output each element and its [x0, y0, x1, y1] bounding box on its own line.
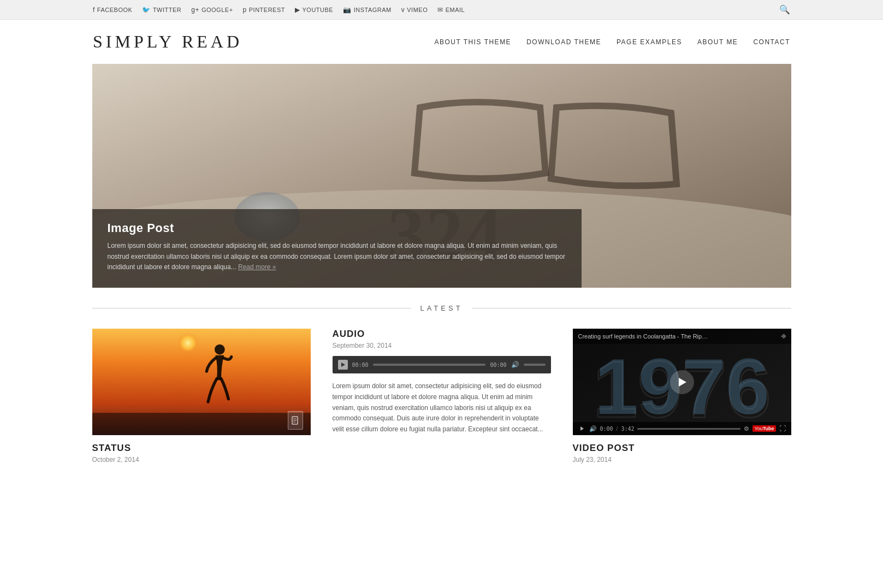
video-thumbnail[interactable]: 1976 1976 Creating surf legends in Coola… — [573, 329, 791, 435]
email-label: EMAIL — [446, 7, 465, 13]
document-icon — [288, 411, 303, 430]
hero-section: 324 Image Post Lorem ipsum dolor sit ame… — [92, 64, 791, 288]
nav-about-theme[interactable]: ABOUT THIS THEME — [434, 38, 511, 46]
instagram-label: INSTAGRAM — [354, 7, 392, 13]
status-post-date: October 2, 2014 — [92, 456, 311, 464]
googleplus-label: GOOGLE+ — [202, 7, 233, 13]
svg-point-7 — [215, 345, 225, 355]
video-controls-bar: 🔊 0:00 / 3:42 ⚙ YouTube ⛶ — [573, 422, 791, 435]
audio-progress-bar[interactable] — [373, 364, 486, 366]
svg-point-5 — [165, 329, 216, 379]
status-post-type[interactable]: STATUS — [92, 443, 311, 454]
latest-line-left — [92, 308, 412, 308]
pinterest-link[interactable]: p PINTEREST — [243, 6, 285, 14]
audio-player[interactable]: 00:00 00:00 🔊 — [333, 356, 551, 373]
volume-bar[interactable] — [524, 364, 546, 366]
nav-about-me[interactable]: ABOUT ME — [697, 38, 738, 46]
vimeo-label: VIMEO — [407, 7, 428, 13]
nav-page-examples[interactable]: PAGE EXAMPLES — [617, 38, 682, 46]
hero-post-text: Lorem ipsum dolor sit amet, consectetur … — [108, 241, 566, 272]
share-icon[interactable]: ⎆ — [781, 332, 786, 341]
runner-image — [92, 329, 311, 435]
email-link[interactable]: ✉ EMAIL — [437, 6, 465, 14]
status-thumbnail[interactable] — [92, 329, 311, 435]
search-button[interactable]: 🔍 — [779, 4, 790, 15]
youtube-link[interactable]: ▶ YOUTUBE — [295, 6, 333, 14]
vimeo-icon: v — [401, 6, 405, 14]
audio-post-date: September 30, 2014 — [333, 342, 551, 349]
vc-progress-bar[interactable] — [637, 428, 740, 430]
nav-download-theme[interactable]: DOWNLOAD THEME — [526, 38, 601, 46]
twitter-link[interactable]: 🐦 TWITTER — [142, 6, 181, 14]
youtube-label: YOUTUBE — [302, 7, 333, 13]
hero-post-title[interactable]: Image Post — [108, 221, 566, 235]
latest-line-right — [472, 308, 791, 308]
hero-read-more[interactable]: Read more » — [238, 263, 276, 271]
posts-grid: STATUS October 2, 2014 AUDIO September 3… — [92, 329, 791, 464]
status-post: STATUS October 2, 2014 — [92, 329, 311, 464]
pinterest-icon: p — [243, 6, 247, 14]
video-play-button[interactable] — [670, 370, 694, 394]
site-title[interactable]: SIMPLY READ — [93, 32, 242, 52]
instagram-link[interactable]: 📷 INSTAGRAM — [343, 6, 392, 14]
email-icon: ✉ — [437, 6, 443, 14]
vc-volume-icon[interactable]: 🔊 — [589, 425, 597, 432]
facebook-icon: f — [93, 6, 95, 14]
audio-play-button[interactable] — [338, 360, 348, 370]
vc-time: 0:00 — [600, 426, 613, 432]
twitter-label: TWITTER — [153, 7, 181, 13]
fullscreen-icon[interactable]: ⛶ — [779, 425, 786, 432]
audio-post-text: Lorem ipsum dolor sit amet, consectetur … — [333, 381, 551, 435]
googleplus-link[interactable]: g+ GOOGLE+ — [191, 6, 233, 14]
social-links: f FACEBOOK 🐦 TWITTER g+ GOOGLE+ p PINTER… — [93, 6, 465, 14]
site-header: SIMPLY READ ABOUT THIS THEME DOWNLOAD TH… — [0, 20, 883, 64]
video-post: 1976 1976 Creating surf legends in Coola… — [573, 329, 791, 464]
latest-title: LATEST — [420, 304, 463, 312]
nav-contact[interactable]: CONTACT — [753, 38, 790, 46]
latest-section: LATEST — [92, 288, 791, 474]
video-post-date: July 23, 2014 — [573, 456, 791, 464]
vc-play-button[interactable] — [578, 425, 586, 432]
video-post-title[interactable]: VIDEO POST — [573, 443, 791, 454]
video-title-bar: Creating surf legends in Coolangatta - T… — [573, 329, 791, 344]
hero-overlay: Image Post Lorem ipsum dolor sit amet, c… — [92, 209, 582, 288]
instagram-icon: 📷 — [343, 6, 352, 14]
main-nav: ABOUT THIS THEME DOWNLOAD THEME PAGE EXA… — [434, 38, 790, 46]
audio-time-start: 00:00 — [352, 362, 369, 368]
googleplus-icon: g+ — [191, 6, 199, 14]
audio-post: AUDIO September 30, 2014 00:00 00:00 🔊 L… — [333, 329, 551, 464]
svg-rect-6 — [92, 413, 311, 435]
twitter-icon: 🐦 — [142, 6, 151, 14]
pinterest-label: PINTEREST — [249, 7, 285, 13]
audio-text-content: Lorem ipsum dolor sit amet, consectetur … — [333, 382, 543, 433]
youtube-logo: YouTube — [752, 425, 775, 432]
volume-icon[interactable]: 🔊 — [511, 361, 519, 369]
settings-icon[interactable]: ⚙ — [744, 425, 749, 432]
audio-post-title[interactable]: AUDIO — [333, 329, 551, 340]
facebook-label: FACEBOOK — [97, 7, 133, 13]
vc-sep: / — [617, 426, 618, 432]
audio-time-end: 00:00 — [490, 362, 506, 368]
top-bar: f FACEBOOK 🐦 TWITTER g+ GOOGLE+ p PINTER… — [0, 0, 883, 20]
facebook-link[interactable]: f FACEBOOK — [93, 6, 132, 14]
vc-duration: 3:42 — [621, 426, 634, 432]
hero-post-body: Lorem ipsum dolor sit amet, consectetur … — [108, 242, 565, 270]
video-title-text: Creating surf legends in Coolangatta - T… — [578, 333, 709, 340]
latest-header: LATEST — [92, 304, 791, 312]
youtube-icon: ▶ — [295, 6, 300, 14]
vimeo-link[interactable]: v VIMEO — [401, 6, 428, 14]
